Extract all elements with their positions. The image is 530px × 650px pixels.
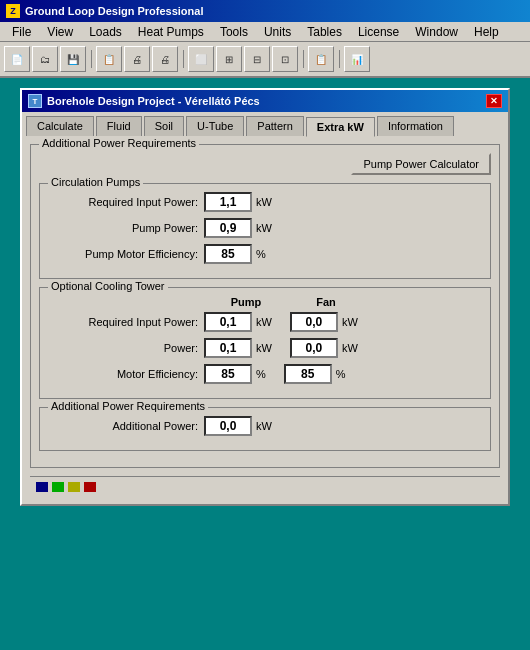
status-bar <box>30 476 500 496</box>
ct-fan-required-field[interactable] <box>290 312 338 332</box>
app-icon: Z <box>6 4 20 18</box>
cooling-tower-headers: Pump Fan <box>206 296 482 308</box>
toolbar: 📄 🗂 💾 📋 🖨 🖨 ⬜ ⊞ ⊟ ⊡ 📋 📊 <box>0 42 530 78</box>
dialog-close-button[interactable]: ✕ <box>486 94 502 108</box>
toolbar-btn-5[interactable]: 🖨 <box>124 46 150 72</box>
ct-fan-efficiency-unit: % <box>336 368 346 380</box>
status-indicator-blue <box>36 482 48 492</box>
ct-motor-efficiency-row: Motor Efficiency: % % <box>48 364 482 384</box>
ct-motor-efficiency-label: Motor Efficiency: <box>48 368 198 380</box>
circ-pump-power-field[interactable] <box>204 218 252 238</box>
ct-pump-efficiency-field[interactable] <box>204 364 252 384</box>
circ-required-input-unit: kW <box>256 196 272 208</box>
outer-group-label: Additional Power Requirements <box>39 137 199 149</box>
circ-motor-efficiency-field[interactable] <box>204 244 252 264</box>
ct-fan-power-field[interactable] <box>290 338 338 358</box>
pump-power-calculator-button[interactable]: Pump Power Calculator <box>351 153 491 175</box>
additional-power-input[interactable] <box>204 416 252 436</box>
tab-extra-kw[interactable]: Extra kW <box>306 117 375 137</box>
toolbar-btn-8[interactable]: ⊞ <box>216 46 242 72</box>
ct-pump-efficiency-unit: % <box>256 368 266 380</box>
menu-tools[interactable]: Tools <box>212 23 256 41</box>
circ-required-input-row: Required Input Power: kW <box>48 192 482 212</box>
circ-required-input-label: Required Input Power: <box>48 196 198 208</box>
dialog: T Borehole Design Project - Vérellátó Pé… <box>20 88 510 506</box>
circ-required-input-field[interactable] <box>204 192 252 212</box>
toolbar-btn-6[interactable]: 🖨 <box>152 46 178 72</box>
main-area: T Borehole Design Project - Vérellátó Pé… <box>0 78 530 650</box>
status-indicator-red <box>84 482 96 492</box>
menu-license[interactable]: License <box>350 23 407 41</box>
tab-pattern[interactable]: Pattern <box>246 116 303 136</box>
toolbar-btn-12[interactable]: 📊 <box>344 46 370 72</box>
toolbar-btn-10[interactable]: ⊡ <box>272 46 298 72</box>
toolbar-btn-11[interactable]: 📋 <box>308 46 334 72</box>
toolbar-sep-3 <box>300 46 306 72</box>
tabs-container: Calculate Fluid Soil U-Tube Pattern Extr… <box>22 112 508 136</box>
circ-motor-efficiency-unit: % <box>256 248 266 260</box>
menu-file[interactable]: File <box>4 23 39 41</box>
outer-group-box: Additional Power Requirements Pump Power… <box>30 144 500 468</box>
toolbar-sep-4 <box>336 46 342 72</box>
status-indicator-green <box>52 482 64 492</box>
ct-fan-power-unit: kW <box>342 342 358 354</box>
tab-information[interactable]: Information <box>377 116 454 136</box>
app-title: Ground Loop Design Professional <box>25 5 203 17</box>
toolbar-btn-3[interactable]: 💾 <box>60 46 86 72</box>
ct-power-row: Power: kW kW <box>48 338 482 358</box>
cooling-tower-label: Optional Cooling Tower <box>48 280 168 292</box>
menu-bar: File View Loads Heat Pumps Tools Units T… <box>0 22 530 42</box>
additional-power-unit: kW <box>256 420 272 432</box>
menu-help[interactable]: Help <box>466 23 507 41</box>
tab-utube[interactable]: U-Tube <box>186 116 244 136</box>
menu-loads[interactable]: Loads <box>81 23 130 41</box>
toolbar-btn-9[interactable]: ⊟ <box>244 46 270 72</box>
toolbar-btn-1[interactable]: 📄 <box>4 46 30 72</box>
circ-pump-power-unit: kW <box>256 222 272 234</box>
menu-window[interactable]: Window <box>407 23 466 41</box>
ct-fan-required-unit: kW <box>342 316 358 328</box>
dialog-title-bar: T Borehole Design Project - Vérellátó Pé… <box>22 90 508 112</box>
menu-tables[interactable]: Tables <box>299 23 350 41</box>
circ-pump-power-row: Pump Power: kW <box>48 218 482 238</box>
circulation-pumps-group: Circulation Pumps Required Input Power: … <box>39 183 491 279</box>
tab-soil[interactable]: Soil <box>144 116 184 136</box>
ct-pump-power-field[interactable] <box>204 338 252 358</box>
additional-power-field-label: Additional Power: <box>48 420 198 432</box>
menu-units[interactable]: Units <box>256 23 299 41</box>
dialog-icon: T <box>28 94 42 108</box>
circulation-pumps-label: Circulation Pumps <box>48 176 143 188</box>
tab-calculate[interactable]: Calculate <box>26 116 94 136</box>
app-title-bar: Z Ground Loop Design Professional <box>0 0 530 22</box>
pump-column-header: Pump <box>206 296 286 308</box>
menu-view[interactable]: View <box>39 23 81 41</box>
additional-power-group: Additional Power Requirements Additional… <box>39 407 491 451</box>
additional-power-row: Additional Power: kW <box>48 416 482 436</box>
dialog-title: Borehole Design Project - Vérellátó Pécs <box>47 95 260 107</box>
toolbar-sep-1 <box>88 46 94 72</box>
ct-fan-efficiency-field[interactable] <box>284 364 332 384</box>
circ-motor-efficiency-row: Pump Motor Efficiency: % <box>48 244 482 264</box>
ct-required-input-row: Required Input Power: kW kW <box>48 312 482 332</box>
menu-heat-pumps[interactable]: Heat Pumps <box>130 23 212 41</box>
toolbar-btn-4[interactable]: 📋 <box>96 46 122 72</box>
ct-required-input-label: Required Input Power: <box>48 316 198 328</box>
ct-pump-required-field[interactable] <box>204 312 252 332</box>
cooling-tower-group: Optional Cooling Tower Pump Fan Required… <box>39 287 491 399</box>
toolbar-btn-2[interactable]: 🗂 <box>32 46 58 72</box>
additional-power-label: Additional Power Requirements <box>48 400 208 412</box>
ct-pump-power-unit: kW <box>256 342 272 354</box>
circ-pump-power-label: Pump Power: <box>48 222 198 234</box>
toolbar-btn-7[interactable]: ⬜ <box>188 46 214 72</box>
dialog-body: Additional Power Requirements Pump Power… <box>22 136 508 504</box>
circ-motor-efficiency-label: Pump Motor Efficiency: <box>48 248 198 260</box>
toolbar-sep-2 <box>180 46 186 72</box>
ct-power-label: Power: <box>48 342 198 354</box>
tab-fluid[interactable]: Fluid <box>96 116 142 136</box>
ct-pump-required-unit: kW <box>256 316 272 328</box>
fan-column-header: Fan <box>286 296 366 308</box>
status-indicator-yellow <box>68 482 80 492</box>
